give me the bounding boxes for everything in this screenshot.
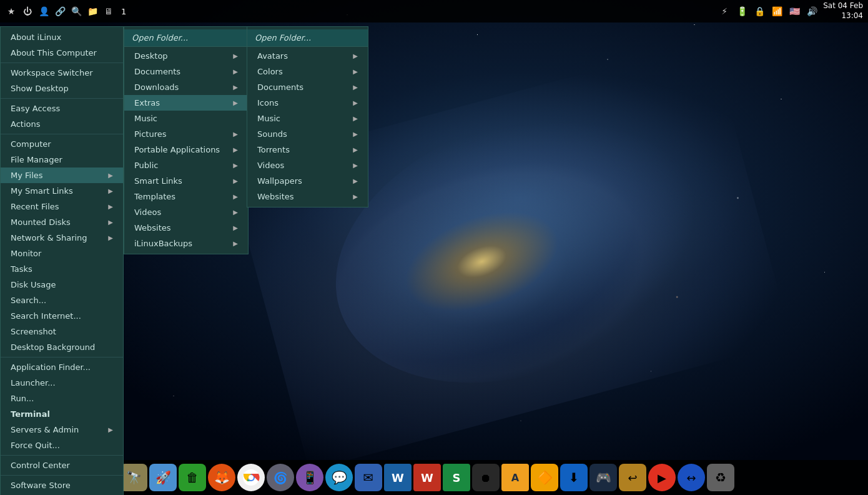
menu-item-show-desktop[interactable]: Show Desktop xyxy=(1,81,123,96)
dock-epiphany[interactable]: 🌀 xyxy=(267,464,294,491)
menu-item-force-quit[interactable]: Force Quit... xyxy=(1,438,123,453)
lock-icon[interactable]: 🔒 xyxy=(753,5,766,18)
menu-item-disk-usage[interactable]: Disk Usage xyxy=(1,277,123,292)
dock-mail[interactable]: ✉ xyxy=(355,464,382,491)
dock-viber[interactable]: 📱 xyxy=(296,464,323,491)
search-icon[interactable]: 🔍 xyxy=(70,5,82,18)
menu-item-launcher[interactable]: Launcher... xyxy=(1,375,123,391)
dock-vlc[interactable]: 🔶 xyxy=(531,464,558,491)
menu-label: Launcher... xyxy=(11,378,56,388)
menu-item-search-internet[interactable]: Search Internet... xyxy=(1,308,123,324)
workspace-number[interactable]: 1 xyxy=(121,7,126,16)
dock-skype[interactable]: 💬 xyxy=(325,464,353,491)
dock-launcher[interactable]: 🚀 xyxy=(149,464,177,491)
menu-item-about-ilinux[interactable]: About iLinux xyxy=(1,29,123,45)
menu-item-application-finder[interactable]: Application Finder... xyxy=(1,359,123,375)
extras-websites[interactable]: Websites ▶ xyxy=(247,189,368,204)
star-icon[interactable]: ★ xyxy=(5,5,17,18)
submenu-arrow: ▶ xyxy=(353,99,358,106)
menu-label: Videos xyxy=(134,208,161,217)
myfiles-smart-links[interactable]: Smart Links ▶ xyxy=(124,173,248,189)
myfiles-open-folder[interactable]: Open Folder... xyxy=(124,29,248,47)
myfiles-public[interactable]: Public ▶ xyxy=(124,158,248,173)
myfiles-videos[interactable]: Videos ▶ xyxy=(124,204,248,220)
menu-item-recent-files[interactable]: Recent Files ▶ xyxy=(1,199,123,214)
dock-wps-spreadsheet[interactable]: S xyxy=(443,464,470,491)
submenu-myfiles: Open Folder... Desktop ▶ Documents ▶ Dow… xyxy=(124,26,249,254)
menu-item-actions[interactable]: Actions xyxy=(1,116,123,132)
dock-amazon[interactable]: A xyxy=(501,464,529,491)
files-icon[interactable]: 📁 xyxy=(86,5,99,18)
volume-icon[interactable]: 🔊 xyxy=(806,5,818,18)
dock-trash[interactable]: 🗑 xyxy=(179,464,206,491)
dock-steam[interactable]: 🎮 xyxy=(589,464,617,491)
menu-item-computer[interactable]: Computer xyxy=(1,136,123,152)
extras-colors[interactable]: Colors ▶ xyxy=(247,64,368,79)
extras-documents[interactable]: Documents ▶ xyxy=(247,79,368,95)
menu-item-terminal[interactable]: Terminal xyxy=(1,406,123,422)
myfiles-ilinuxbackups[interactable]: iLinuxBackups ▶ xyxy=(124,236,248,251)
submenu-arrow: ▶ xyxy=(233,68,238,75)
extras-music[interactable]: Music ▶ xyxy=(247,111,368,126)
dock-chrome[interactable] xyxy=(237,464,265,491)
myfiles-websites[interactable]: Websites ▶ xyxy=(124,220,248,236)
extras-icons[interactable]: Icons ▶ xyxy=(247,95,368,111)
menu-label: Portable Applications xyxy=(134,145,220,154)
menu-label: About iLinux xyxy=(11,32,61,42)
menu-item-tasks[interactable]: Tasks xyxy=(1,261,123,277)
dock-word[interactable]: W xyxy=(384,464,412,491)
dock-firefox[interactable]: 🦊 xyxy=(208,464,235,491)
menu-item-my-files[interactable]: My Files ▶ xyxy=(1,168,123,183)
myfiles-downloads[interactable]: Downloads ▶ xyxy=(124,79,248,95)
menu-item-run[interactable]: Run... xyxy=(1,391,123,406)
submenu-arrow: ▶ xyxy=(353,162,358,169)
dock-timeshift[interactable]: ↩ xyxy=(619,464,646,491)
menu-item-software-store[interactable]: Software Store xyxy=(1,478,123,493)
menu-item-about-computer[interactable]: About This Computer xyxy=(1,45,123,61)
menu-item-search[interactable]: Search... xyxy=(1,292,123,308)
myfiles-documents[interactable]: Documents ▶ xyxy=(124,64,248,79)
myfiles-portable-apps[interactable]: Portable Applications ▶ xyxy=(124,142,248,158)
locale-icon[interactable]: 🇺🇸 xyxy=(788,5,801,18)
menu-label: Recent Files xyxy=(11,202,59,211)
menu-item-control-center[interactable]: Control Center xyxy=(1,458,123,473)
dock-recycle-bin[interactable]: ♻ xyxy=(707,464,734,491)
dock-binoculars[interactable]: 🔭 xyxy=(120,464,147,491)
myfiles-extras[interactable]: Extras ▶ xyxy=(124,95,248,111)
dock-anydesk[interactable]: ▶ xyxy=(648,464,676,491)
extras-open-folder[interactable]: Open Folder... xyxy=(247,29,368,47)
menu-item-network-sharing[interactable]: Network & Sharing ▶ xyxy=(1,230,123,246)
extras-videos[interactable]: Videos ▶ xyxy=(247,158,368,173)
submenu-arrow: ▶ xyxy=(233,178,238,184)
dock-wps-writer[interactable]: W xyxy=(413,464,441,491)
extras-avatars[interactable]: Avatars ▶ xyxy=(247,48,368,64)
user-icon[interactable]: 👤 xyxy=(37,5,50,18)
myfiles-music[interactable]: Music xyxy=(124,111,248,126)
extras-sounds[interactable]: Sounds ▶ xyxy=(247,126,368,142)
menu-item-monitor[interactable]: Monitor xyxy=(1,246,123,261)
menu-item-desktop-background[interactable]: Desktop Background xyxy=(1,339,123,355)
menu-item-mounted-disks[interactable]: Mounted Disks ▶ xyxy=(1,214,123,230)
myfiles-templates[interactable]: Templates ▶ xyxy=(124,189,248,204)
bluetooth-icon[interactable]: ⚡ xyxy=(718,5,731,18)
extras-wallpapers[interactable]: Wallpapers ▶ xyxy=(247,173,368,189)
menu-label: Videos xyxy=(257,161,284,170)
dock-qbittorrent[interactable]: ⬇ xyxy=(560,464,588,491)
menu-item-screenshot[interactable]: Screenshot xyxy=(1,324,123,339)
menu-label: My Files xyxy=(11,171,43,180)
network-icon[interactable]: 🔗 xyxy=(54,5,66,18)
myfiles-pictures[interactable]: Pictures ▶ xyxy=(124,126,248,142)
dock-teamviewer[interactable]: ↔ xyxy=(678,464,705,491)
myfiles-desktop[interactable]: Desktop ▶ xyxy=(124,48,248,64)
menu-item-easy-access[interactable]: Easy Access xyxy=(1,101,123,116)
battery-icon[interactable]: 🔋 xyxy=(736,5,748,18)
menu-item-servers-admin[interactable]: Servers & Admin ▶ xyxy=(1,422,123,438)
menu-item-file-manager[interactable]: File Manager xyxy=(1,152,123,168)
extras-torrents[interactable]: Torrents ▶ xyxy=(247,142,368,158)
signal-icon[interactable]: 📶 xyxy=(771,5,783,18)
power-icon[interactable]: ⏻ xyxy=(21,5,34,18)
menu-item-workspace-switcher[interactable]: Workspace Switcher xyxy=(1,65,123,81)
menu-item-my-smart-links[interactable]: My Smart Links ▶ xyxy=(1,183,123,199)
terminal-icon[interactable]: 🖥 xyxy=(102,5,115,18)
dock-screencast[interactable]: ⏺ xyxy=(472,464,500,491)
